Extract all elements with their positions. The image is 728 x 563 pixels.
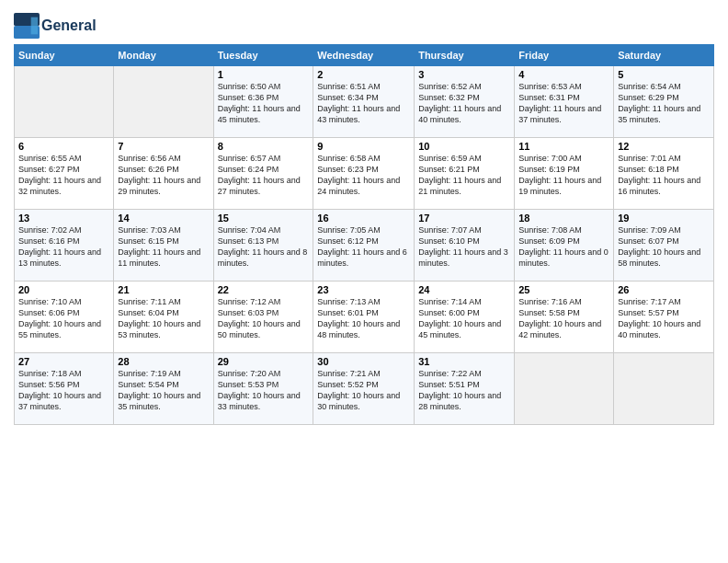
- weekday-header: Thursday: [415, 45, 515, 66]
- day-info: Sunrise: 7:21 AMSunset: 5:52 PMDaylight:…: [317, 368, 410, 413]
- calendar-cell: 8Sunrise: 6:57 AMSunset: 6:24 PMDaylight…: [213, 138, 313, 210]
- day-number: 20: [18, 284, 109, 295]
- weekday-header: Sunday: [15, 45, 114, 66]
- calendar-cell: 3Sunrise: 6:52 AMSunset: 6:32 PMDaylight…: [415, 66, 515, 138]
- day-info: Sunrise: 6:57 AMSunset: 6:24 PMDaylight:…: [218, 153, 310, 198]
- calendar-cell: [114, 66, 213, 138]
- calendar-cell: 26Sunrise: 7:17 AMSunset: 5:57 PMDayligh…: [614, 282, 714, 353]
- calendar-cell: 19Sunrise: 7:09 AMSunset: 6:07 PMDayligh…: [614, 210, 714, 282]
- calendar-cell: 28Sunrise: 7:19 AMSunset: 5:54 PMDayligh…: [114, 353, 213, 425]
- svg-marker-2: [31, 17, 38, 35]
- day-info: Sunrise: 6:50 AMSunset: 6:36 PMDaylight:…: [218, 81, 310, 126]
- day-number: 3: [418, 69, 510, 80]
- header-row: SundayMondayTuesdayWednesdayThursdayFrid…: [15, 45, 714, 66]
- day-info: Sunrise: 7:19 AMSunset: 5:54 PMDaylight:…: [118, 368, 209, 413]
- day-info: Sunrise: 7:17 AMSunset: 5:57 PMDaylight:…: [618, 296, 710, 341]
- day-number: 18: [518, 213, 609, 224]
- day-number: 11: [518, 141, 609, 152]
- day-number: 17: [418, 213, 510, 224]
- calendar-cell: 21Sunrise: 7:11 AMSunset: 6:04 PMDayligh…: [114, 282, 213, 353]
- logo-text: General: [41, 17, 97, 34]
- day-number: 16: [317, 213, 410, 224]
- calendar-cell: [614, 353, 714, 425]
- day-number: 1: [218, 69, 310, 80]
- day-info: Sunrise: 7:18 AMSunset: 5:56 PMDaylight:…: [18, 368, 109, 413]
- day-info: Sunrise: 6:56 AMSunset: 6:26 PMDaylight:…: [118, 153, 209, 198]
- day-info: Sunrise: 7:04 AMSunset: 6:13 PMDaylight:…: [218, 224, 310, 270]
- day-number: 28: [118, 356, 209, 367]
- day-info: Sunrise: 7:13 AMSunset: 6:01 PMDaylight:…: [317, 296, 410, 341]
- calendar-cell: 1Sunrise: 6:50 AMSunset: 6:36 PMDaylight…: [213, 66, 313, 138]
- day-number: 27: [18, 356, 109, 367]
- day-number: 14: [118, 213, 209, 224]
- logo-icon: [14, 13, 40, 39]
- day-number: 24: [418, 284, 510, 295]
- day-info: Sunrise: 6:51 AMSunset: 6:34 PMDaylight:…: [317, 81, 410, 126]
- day-info: Sunrise: 6:53 AMSunset: 6:31 PMDaylight:…: [518, 81, 609, 126]
- day-info: Sunrise: 6:59 AMSunset: 6:21 PMDaylight:…: [418, 153, 510, 198]
- calendar-cell: 5Sunrise: 6:54 AMSunset: 6:29 PMDaylight…: [614, 66, 714, 138]
- day-info: Sunrise: 7:11 AMSunset: 6:04 PMDaylight:…: [118, 296, 209, 341]
- calendar-header: SundayMondayTuesdayWednesdayThursdayFrid…: [15, 45, 714, 66]
- calendar-cell: 23Sunrise: 7:13 AMSunset: 6:01 PMDayligh…: [313, 282, 415, 353]
- weekday-header: Tuesday: [213, 45, 313, 66]
- day-info: Sunrise: 7:12 AMSunset: 6:03 PMDaylight:…: [218, 296, 310, 341]
- day-info: Sunrise: 7:05 AMSunset: 6:12 PMDaylight:…: [317, 224, 410, 270]
- day-number: 9: [317, 141, 410, 152]
- calendar-cell: 27Sunrise: 7:18 AMSunset: 5:56 PMDayligh…: [15, 353, 114, 425]
- day-number: 4: [518, 69, 609, 80]
- day-info: Sunrise: 6:58 AMSunset: 6:23 PMDaylight:…: [317, 153, 410, 198]
- calendar-cell: 18Sunrise: 7:08 AMSunset: 6:09 PMDayligh…: [515, 210, 614, 282]
- day-info: Sunrise: 7:00 AMSunset: 6:19 PMDaylight:…: [518, 153, 609, 198]
- calendar-body: 1Sunrise: 6:50 AMSunset: 6:36 PMDaylight…: [15, 66, 714, 425]
- day-info: Sunrise: 7:22 AMSunset: 5:51 PMDaylight:…: [418, 368, 510, 413]
- logo: General: [14, 13, 97, 39]
- day-number: 7: [118, 141, 209, 152]
- weekday-header: Monday: [114, 45, 213, 66]
- calendar-cell: 6Sunrise: 6:55 AMSunset: 6:27 PMDaylight…: [15, 138, 114, 210]
- day-info: Sunrise: 7:20 AMSunset: 5:53 PMDaylight:…: [218, 368, 310, 413]
- calendar-cell: 30Sunrise: 7:21 AMSunset: 5:52 PMDayligh…: [313, 353, 415, 425]
- day-number: 29: [218, 356, 310, 367]
- calendar-cell: 9Sunrise: 6:58 AMSunset: 6:23 PMDaylight…: [313, 138, 415, 210]
- calendar-cell: 17Sunrise: 7:07 AMSunset: 6:10 PMDayligh…: [415, 210, 515, 282]
- day-info: Sunrise: 7:14 AMSunset: 6:00 PMDaylight:…: [418, 296, 510, 341]
- day-info: Sunrise: 6:55 AMSunset: 6:27 PMDaylight:…: [18, 153, 109, 198]
- day-number: 5: [618, 69, 710, 80]
- day-info: Sunrise: 7:07 AMSunset: 6:10 PMDaylight:…: [418, 224, 510, 270]
- calendar-week-row: 27Sunrise: 7:18 AMSunset: 5:56 PMDayligh…: [15, 353, 714, 425]
- day-number: 12: [618, 141, 710, 152]
- day-number: 31: [418, 356, 510, 367]
- day-number: 22: [218, 284, 310, 295]
- day-info: Sunrise: 7:02 AMSunset: 6:16 PMDaylight:…: [18, 224, 109, 270]
- calendar-cell: 14Sunrise: 7:03 AMSunset: 6:15 PMDayligh…: [114, 210, 213, 282]
- day-number: 23: [317, 284, 410, 295]
- calendar-cell: 13Sunrise: 7:02 AMSunset: 6:16 PMDayligh…: [15, 210, 114, 282]
- day-number: 26: [618, 284, 710, 295]
- calendar-week-row: 20Sunrise: 7:10 AMSunset: 6:06 PMDayligh…: [15, 282, 714, 353]
- calendar-week-row: 13Sunrise: 7:02 AMSunset: 6:16 PMDayligh…: [15, 210, 714, 282]
- calendar-cell: 12Sunrise: 7:01 AMSunset: 6:18 PMDayligh…: [614, 138, 714, 210]
- day-info: Sunrise: 6:52 AMSunset: 6:32 PMDaylight:…: [418, 81, 510, 126]
- day-number: 2: [317, 69, 410, 80]
- calendar-cell: 20Sunrise: 7:10 AMSunset: 6:06 PMDayligh…: [15, 282, 114, 353]
- day-info: Sunrise: 6:54 AMSunset: 6:29 PMDaylight:…: [618, 81, 710, 126]
- calendar-week-row: 1Sunrise: 6:50 AMSunset: 6:36 PMDaylight…: [15, 66, 714, 138]
- calendar-cell: 10Sunrise: 6:59 AMSunset: 6:21 PMDayligh…: [415, 138, 515, 210]
- header: General: [14, 9, 714, 39]
- calendar-table: SundayMondayTuesdayWednesdayThursdayFrid…: [14, 44, 714, 425]
- day-number: 15: [218, 213, 310, 224]
- day-info: Sunrise: 7:10 AMSunset: 6:06 PMDaylight:…: [18, 296, 109, 341]
- calendar-cell: 31Sunrise: 7:22 AMSunset: 5:51 PMDayligh…: [415, 353, 515, 425]
- day-info: Sunrise: 7:08 AMSunset: 6:09 PMDaylight:…: [518, 224, 609, 270]
- calendar-cell: 16Sunrise: 7:05 AMSunset: 6:12 PMDayligh…: [313, 210, 415, 282]
- day-number: 19: [618, 213, 710, 224]
- day-number: 21: [118, 284, 209, 295]
- day-info: Sunrise: 7:09 AMSunset: 6:07 PMDaylight:…: [618, 224, 710, 270]
- calendar-cell: 24Sunrise: 7:14 AMSunset: 6:00 PMDayligh…: [415, 282, 515, 353]
- day-number: 30: [317, 356, 410, 367]
- day-info: Sunrise: 7:16 AMSunset: 5:58 PMDaylight:…: [518, 296, 609, 341]
- calendar-week-row: 6Sunrise: 6:55 AMSunset: 6:27 PMDaylight…: [15, 138, 714, 210]
- day-info: Sunrise: 7:01 AMSunset: 6:18 PMDaylight:…: [618, 153, 710, 198]
- calendar-cell: 2Sunrise: 6:51 AMSunset: 6:34 PMDaylight…: [313, 66, 415, 138]
